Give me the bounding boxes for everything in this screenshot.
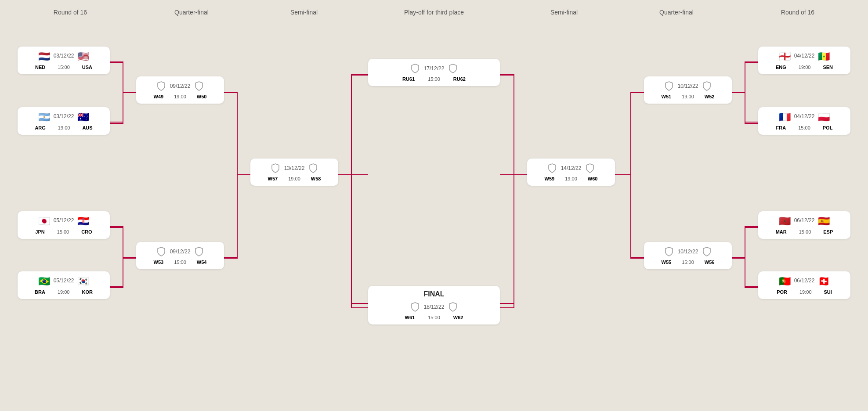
date-tp: 17/12/22 — [424, 65, 445, 72]
time-qf3: 19:00 — [682, 94, 694, 99]
team-sen: SEN — [823, 65, 833, 70]
date-qf2: 09/12/22 — [170, 249, 191, 255]
flag-mar: 🇲🇦 — [779, 216, 791, 227]
wl-ru62: RU62 — [453, 76, 466, 82]
team-aus: AUS — [82, 125, 92, 130]
match-qf4: 10/12/22 W55 15:00 W56 — [644, 242, 732, 269]
time-eng-sen: 19:00 — [799, 65, 811, 70]
wl-w54: W54 — [197, 260, 207, 265]
time-bra-kor: 19:00 — [58, 289, 70, 295]
time-ned-usa: 15:00 — [58, 65, 70, 70]
time-tp: 15:00 — [428, 76, 440, 82]
wl-w55: W55 — [662, 260, 672, 265]
date-final: 18/12/22 — [424, 304, 445, 310]
match-r16-fra-pol: 🇫🇷 04/12/22 🇵🇱 FRA 15:00 POL — [758, 107, 850, 135]
team-ned: NED — [35, 65, 45, 70]
match-r16-arg-aus: 🇦🇷 03/12/22 🇦🇺 ARG 19:00 AUS — [18, 107, 110, 135]
time-arg-aus: 19:00 — [58, 125, 70, 130]
date-eng-sen: 04/12/22 — [794, 53, 815, 59]
wl-w58: W58 — [311, 176, 321, 181]
time-jpn-cro: 15:00 — [57, 229, 69, 234]
date-qf1: 09/12/22 — [170, 83, 191, 89]
shield-w55 — [665, 246, 673, 257]
flag-fra: 🇫🇷 — [779, 112, 791, 123]
match-r16-bra-kor: 🇧🇷 05/12/22 🇰🇷 BRA 19:00 KOR — [18, 271, 110, 299]
date-qf4: 10/12/22 — [678, 249, 698, 255]
match-sf2: 14/12/22 W59 19:00 W60 — [527, 159, 615, 186]
wl-w52: W52 — [705, 94, 715, 99]
match-r16-mar-esp: 🇲🇦 06/12/22 🇪🇸 MAR 15:00 ESP — [758, 211, 850, 239]
shield-ru62 — [448, 63, 457, 74]
match-sf1: 13/12/22 W57 19:00 W58 — [250, 159, 338, 186]
wl-w61: W61 — [405, 315, 415, 320]
team-sui: SUI — [824, 289, 832, 295]
flag-aus: 🇦🇺 — [77, 112, 89, 123]
flag-ned: 🇳🇱 — [38, 51, 50, 62]
flag-sui: 🇨🇭 — [818, 276, 830, 287]
match-r16-ned-usa: 🇳🇱 03/12/22 🇺🇸 NED 15:00 USA — [18, 47, 110, 74]
flag-esp: 🇪🇸 — [818, 216, 830, 227]
flag-jpn: 🇯🇵 — [38, 216, 50, 227]
team-cro: CRO — [81, 229, 92, 234]
header-sf-right: Semi-final — [520, 9, 608, 16]
time-qf4: 15:00 — [682, 260, 694, 265]
shield-w62 — [448, 302, 457, 312]
time-por-sui: 19:00 — [799, 289, 812, 295]
wl-w60: W60 — [588, 176, 598, 181]
team-fra: FRA — [776, 125, 786, 130]
date-bra-kor: 05/12/22 — [54, 278, 74, 284]
header-r16-left: Round of 16 — [18, 9, 123, 16]
shield-w60 — [586, 163, 594, 173]
flag-arg: 🇦🇷 — [38, 112, 50, 123]
flag-pol: 🇵🇱 — [818, 112, 830, 123]
wl-w53: W53 — [154, 260, 164, 265]
header-sf-left: Semi-final — [260, 9, 348, 16]
date-arg-aus: 03/12/22 — [54, 113, 74, 119]
team-esp: ESP — [823, 229, 833, 234]
shield-w56 — [702, 246, 711, 257]
date-qf3: 10/12/22 — [678, 83, 698, 89]
shield-w54 — [195, 246, 203, 257]
shield-w49 — [157, 81, 166, 91]
header-qf-right: Quarter-final — [633, 9, 720, 16]
date-sf1: 13/12/22 — [284, 165, 305, 171]
date-sf2: 14/12/22 — [561, 165, 582, 171]
header-qf-left: Quarter-final — [148, 9, 235, 16]
team-jpn: JPN — [35, 229, 44, 234]
wl-w49: W49 — [154, 94, 164, 99]
match-r16-por-sui: 🇵🇹 06/12/22 🇨🇭 POR 19:00 SUI — [758, 271, 850, 299]
shield-w50 — [195, 81, 203, 91]
match-r16-jpn-cro: 🇯🇵 05/12/22 🇭🇷 JPN 15:00 CRO — [18, 211, 110, 239]
shield-w53 — [157, 246, 166, 257]
flag-por: 🇵🇹 — [779, 276, 791, 287]
team-kor: KOR — [82, 289, 92, 295]
time-qf2: 15:00 — [174, 260, 186, 265]
final-label: FINAL — [423, 290, 444, 298]
wl-w62: W62 — [453, 315, 463, 320]
shield-w52 — [702, 81, 711, 91]
date-mar-esp: 06/12/22 — [794, 217, 815, 224]
time-qf1: 19:00 — [174, 94, 186, 99]
match-qf1: 09/12/22 W49 19:00 W50 — [136, 76, 224, 104]
time-sf1: 19:00 — [288, 176, 300, 181]
match-third-place: 17/12/22 RU61 15:00 RU62 — [368, 59, 500, 86]
time-mar-esp: 15:00 — [799, 229, 811, 234]
flag-kor: 🇰🇷 — [77, 276, 89, 287]
match-qf2: 09/12/22 W53 15:00 W54 — [136, 242, 224, 269]
header-r16-right: Round of 16 — [745, 9, 850, 16]
team-por: POR — [777, 289, 787, 295]
team-eng: ENG — [776, 65, 786, 70]
flag-sen: 🇸🇳 — [818, 51, 830, 62]
flag-eng: 🏴󠁧󠁢󠁥󠁮󠁧󠁿 — [779, 51, 791, 62]
shield-w51 — [665, 81, 673, 91]
wl-w56: W56 — [705, 260, 715, 265]
date-ned-usa: 03/12/22 — [54, 53, 74, 59]
flag-usa: 🇺🇸 — [77, 51, 89, 62]
time-final: 15:00 — [428, 315, 440, 320]
team-arg: ARG — [35, 125, 45, 130]
wl-w51: W51 — [662, 94, 672, 99]
team-bra: BRA — [35, 289, 45, 295]
match-final: FINAL 18/12/22 W61 15:00 W62 — [368, 286, 500, 324]
shield-w58 — [309, 163, 318, 173]
team-pol: POL — [823, 125, 833, 130]
